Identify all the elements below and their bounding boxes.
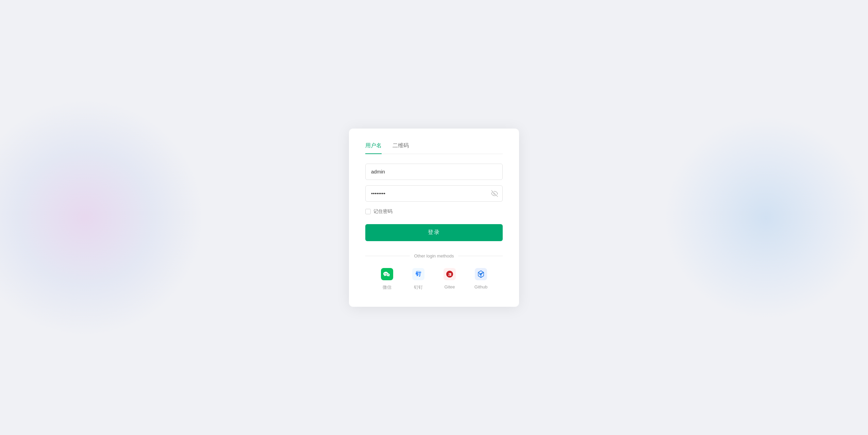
divider-right [458,256,503,256]
social-item-dingtalk[interactable]: 钉 钉钉 [411,267,426,290]
remember-label[interactable]: 记住密码 [373,208,393,215]
svg-point-2 [385,273,385,274]
remember-row: 记住密码 [365,208,503,215]
tab-qrcode[interactable]: 二维码 [393,142,409,154]
wechat-icon-circle [380,267,395,282]
login-card: 用户名 二维码 记住密码 登录 Other login method [349,129,519,307]
divider-left [365,256,410,256]
login-tabs: 用户名 二维码 [365,142,503,154]
social-item-wechat[interactable]: 微信 [380,267,395,290]
gitee-icon-circle [442,267,457,282]
svg-rect-9 [449,274,450,274]
dingtalk-icon-circle: 钉 [411,267,426,282]
github-icon-circle [473,267,488,282]
dingtalk-label: 钉钉 [414,284,423,290]
password-toggle-icon[interactable] [491,190,498,197]
social-icons-row: 微信 钉 钉钉 [365,267,503,290]
svg-text:钉: 钉 [415,271,421,277]
svg-point-5 [388,274,389,275]
social-item-github[interactable]: Github [473,267,488,290]
divider-row: Other login methods [365,253,503,258]
password-input[interactable] [365,185,503,202]
login-button[interactable]: 登录 [365,224,503,241]
username-group [365,164,503,180]
other-methods-section: Other login methods 微信 [365,253,503,290]
social-item-gitee[interactable]: Gitee [442,267,457,290]
github-label: Github [474,284,487,289]
username-input[interactable] [365,164,503,180]
remember-checkbox[interactable] [365,209,371,214]
gitee-label: Gitee [444,284,455,289]
bg-decoration-right [664,116,868,320]
svg-point-4 [387,274,388,275]
password-group [365,185,503,202]
bg-decoration-left [0,99,204,337]
divider-text: Other login methods [414,253,454,258]
wechat-label: 微信 [383,284,391,290]
tab-username[interactable]: 用户名 [365,142,382,154]
